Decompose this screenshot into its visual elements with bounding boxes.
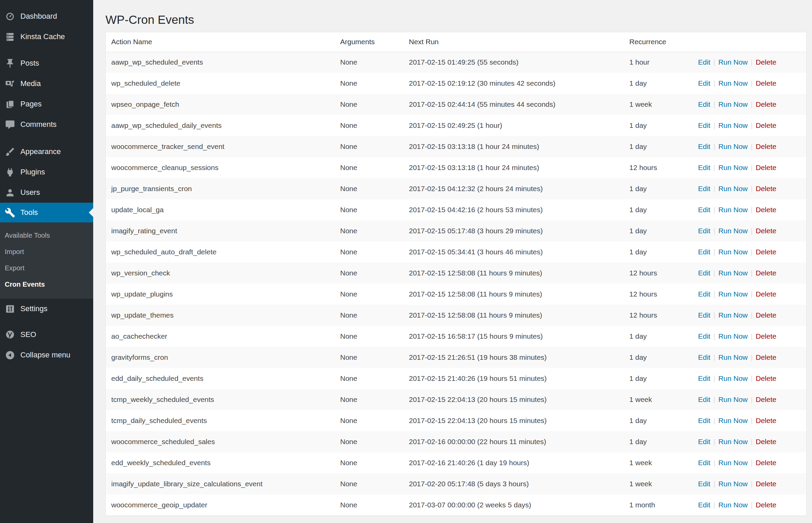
recurrence-cell: 1 day [624,220,693,241]
edit-link[interactable]: Edit [698,248,710,256]
edit-link[interactable]: Edit [698,164,710,171]
run-now-link[interactable]: Run Now [718,121,748,129]
run-now-link[interactable]: Run Now [718,311,748,319]
delete-link[interactable]: Delete [756,374,777,382]
run-now-link[interactable]: Run Now [718,459,748,467]
run-now-link[interactable]: Run Now [718,79,748,87]
delete-link[interactable]: Delete [756,164,777,171]
sidebar-item-media[interactable]: Media [0,73,93,94]
edit-link[interactable]: Edit [698,269,710,277]
sidebar-item-users[interactable]: Users [0,182,93,203]
run-now-link[interactable]: Run Now [718,185,748,192]
edit-link[interactable]: Edit [698,311,710,319]
edit-link[interactable]: Edit [698,438,710,445]
run-now-link[interactable]: Run Now [718,227,748,235]
sidebar-item-plugins[interactable]: Plugins [0,162,93,182]
action-separator: | [748,395,756,403]
delete-link[interactable]: Delete [756,459,777,467]
edit-link[interactable]: Edit [698,480,710,488]
sidebar-item-pages[interactable]: Pages [0,94,93,114]
run-now-link[interactable]: Run Now [718,248,748,256]
delete-link[interactable]: Delete [756,417,777,424]
delete-link[interactable]: Delete [756,311,777,319]
delete-link[interactable]: Delete [756,58,777,66]
run-now-link[interactable]: Run Now [718,269,748,277]
edit-link[interactable]: Edit [698,206,710,214]
table-row: imagify_rating_event None 2017-02-15 05:… [106,220,806,241]
delete-link[interactable]: Delete [756,100,777,108]
sidebar-item-posts[interactable]: Posts [0,53,93,73]
delete-link[interactable]: Delete [756,121,777,129]
delete-link[interactable]: Delete [756,438,777,445]
run-now-link[interactable]: Run Now [718,332,748,340]
delete-link[interactable]: Delete [756,79,777,87]
sidebar-item-collapse-menu[interactable]: Collapse menu [0,345,93,365]
edit-link[interactable]: Edit [698,501,710,509]
edit-link[interactable]: Edit [698,100,710,108]
sidebar-item-tools[interactable]: Tools [0,203,93,222]
edit-link[interactable]: Edit [698,332,710,340]
run-now-link[interactable]: Run Now [718,100,748,108]
run-now-link[interactable]: Run Now [718,480,748,488]
delete-link[interactable]: Delete [756,227,777,235]
edit-link[interactable]: Edit [698,459,710,467]
action-separator: | [748,185,756,192]
table-row: woocommerce_cleanup_sessions None 2017-0… [106,157,806,178]
delete-link[interactable]: Delete [756,480,777,488]
delete-link[interactable]: Delete [756,332,777,340]
edit-link[interactable]: Edit [698,395,710,403]
run-now-link[interactable]: Run Now [718,290,748,298]
delete-link[interactable]: Delete [756,185,777,192]
run-now-link[interactable]: Run Now [718,374,748,382]
delete-link[interactable]: Delete [756,501,777,509]
sidebar-item-dashboard[interactable]: Dashboard [0,6,93,27]
action-separator: | [710,459,718,467]
pages-icon [4,99,15,109]
action-separator: | [710,332,718,340]
run-now-link[interactable]: Run Now [718,206,748,214]
edit-link[interactable]: Edit [698,353,710,361]
run-now-link[interactable]: Run Now [718,501,748,509]
edit-link[interactable]: Edit [698,79,710,87]
delete-link[interactable]: Delete [756,248,777,256]
submenu-item-export[interactable]: Export [0,260,93,276]
edit-link[interactable]: Edit [698,142,710,150]
delete-link[interactable]: Delete [756,269,777,277]
sidebar-item-comments[interactable]: Comments [0,114,93,135]
action-name-cell: tcmp_weekly_scheduled_events [106,389,335,410]
submenu-item-import[interactable]: Import [0,243,93,260]
sidebar-item-appearance[interactable]: Appearance [0,141,93,162]
action-name-cell: edd_daily_scheduled_events [106,368,335,389]
arguments-cell: None [335,305,403,326]
edit-link[interactable]: Edit [698,227,710,235]
delete-link[interactable]: Delete [756,206,777,214]
arguments-cell: None [335,178,403,199]
run-now-link[interactable]: Run Now [718,353,748,361]
delete-link[interactable]: Delete [756,353,777,361]
edit-link[interactable]: Edit [698,185,710,192]
run-now-link[interactable]: Run Now [718,417,748,424]
actions-cell: Edit|Run Now|Delete [693,263,806,284]
delete-link[interactable]: Delete [756,395,777,403]
submenu-item-cron-events[interactable]: Cron Events [0,276,93,292]
delete-link[interactable]: Delete [756,142,777,150]
run-now-link[interactable]: Run Now [718,438,748,445]
edit-link[interactable]: Edit [698,58,710,66]
recurrence-cell: 1 day [624,115,693,136]
run-now-link[interactable]: Run Now [718,395,748,403]
action-name-cell: imagify_update_library_size_calculations… [106,473,335,494]
sidebar-item-seo[interactable]: SEO [0,324,93,345]
edit-link[interactable]: Edit [698,374,710,382]
edit-link[interactable]: Edit [698,417,710,424]
run-now-link[interactable]: Run Now [718,164,748,171]
sidebar-item-label: Comments [20,120,56,129]
edit-link[interactable]: Edit [698,121,710,129]
edit-link[interactable]: Edit [698,290,710,298]
run-now-link[interactable]: Run Now [718,58,748,66]
delete-link[interactable]: Delete [756,290,777,298]
submenu-item-available-tools[interactable]: Available Tools [0,227,93,243]
sidebar-item-kinsta-cache[interactable]: Kinsta Cache [0,27,93,47]
run-now-link[interactable]: Run Now [718,142,748,150]
action-separator: | [710,185,718,192]
sidebar-item-settings[interactable]: Settings [0,299,93,319]
